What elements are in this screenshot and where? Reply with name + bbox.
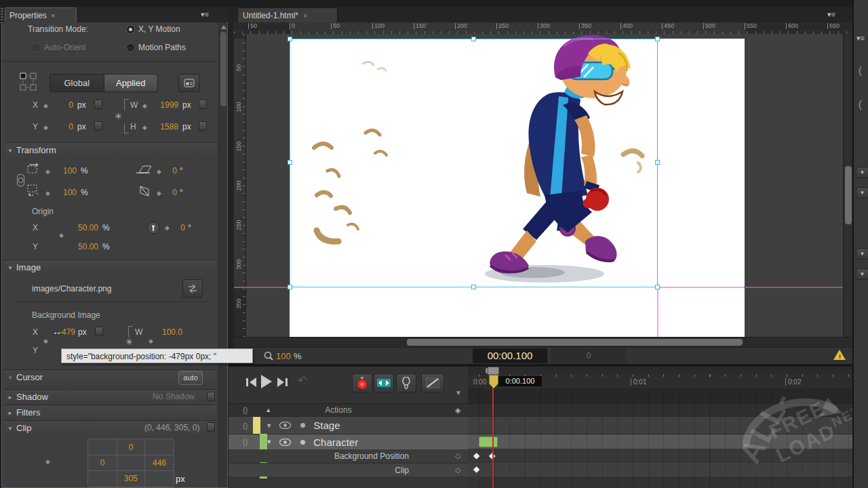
visibility-eye-icon[interactable]	[279, 422, 291, 429]
timeline-row-bg-position[interactable]: Background Position ◇	[229, 449, 468, 462]
w-value[interactable]: 1999	[153, 100, 178, 110]
timeline-mini-scrollbar[interactable]	[468, 367, 852, 374]
swap-image-button[interactable]	[182, 279, 203, 298]
h-kf-toggle[interactable]	[199, 121, 207, 131]
toggle-pin-button[interactable]	[396, 373, 416, 392]
go-to-end-button[interactable]	[277, 378, 288, 387]
dock-chevron-button-4[interactable]: ▼	[856, 268, 868, 280]
zoom-level[interactable]: 100	[276, 351, 291, 361]
clip-right-value[interactable]: 446	[145, 458, 174, 468]
selection-rect[interactable]	[290, 39, 658, 287]
row-dot-icon[interactable]	[300, 423, 305, 428]
filters-disclosure-icon[interactable]: ▸	[4, 409, 16, 416]
braces-icon[interactable]: {}	[243, 438, 248, 446]
visibility-eye-icon[interactable]	[279, 439, 291, 446]
y-kf-toggle[interactable]	[94, 121, 102, 131]
bg-wh-link-icon[interactable]: ✳	[125, 337, 133, 347]
character-transition-segment[interactable]	[479, 436, 498, 447]
selection-handle-ml[interactable]	[288, 160, 292, 165]
dock-chevron-button-1[interactable]: ▼	[856, 167, 868, 178]
clip-disclosure-icon[interactable]: ▾	[4, 425, 16, 432]
keyframe-diamond-bgpos-0[interactable]: ◆	[473, 451, 479, 460]
selection-handle-tm[interactable]	[471, 37, 476, 41]
bg-x-kf-toggle[interactable]	[95, 327, 103, 336]
dock-menu-icon[interactable]: ▾≡	[856, 34, 864, 43]
global-button[interactable]: Global	[50, 75, 104, 92]
auto-keyframe-button[interactable]	[352, 373, 372, 392]
filters-header[interactable]: ▸ Filters	[4, 405, 216, 420]
y-value[interactable]: 0	[53, 122, 73, 131]
x-value[interactable]: 0	[53, 100, 73, 110]
actions-header-row[interactable]: {} ▲ Actions ◈	[229, 403, 468, 416]
stage-hscroll-thumb[interactable]	[407, 339, 743, 346]
clip-left-value[interactable]: 0	[88, 458, 117, 468]
clip-diamond-icon[interactable]: ◆	[45, 459, 50, 465]
expand-rows-icon[interactable]: ▲	[265, 407, 271, 413]
transform-header[interactable]: ▾ Transform	[4, 142, 216, 157]
skewy-diamond-icon[interactable]: ◆	[157, 190, 161, 197]
selection-handle-tr[interactable]	[655, 37, 660, 41]
image-disclosure-icon[interactable]: ▾	[4, 264, 16, 271]
document-tab-close-icon[interactable]: ×	[303, 12, 307, 20]
y-keyframe-diamond-icon[interactable]: ◆	[43, 125, 48, 131]
w-kf-toggle[interactable]	[199, 100, 207, 109]
clip-add-keyframe-icon[interactable]: ◇	[455, 466, 460, 474]
selection-handle-bl[interactable]	[288, 285, 292, 289]
skew-y-value[interactable]: 0	[167, 188, 177, 197]
bg-xy-diamond-icon[interactable]: ◆	[43, 338, 48, 344]
auto-orient-checkbox[interactable]	[32, 43, 41, 52]
timeline-options-chevron-icon[interactable]: ▼	[455, 389, 462, 396]
x-keyframe-diamond-icon[interactable]: ◆	[43, 103, 48, 109]
actions-keyframe-icon[interactable]: ◈	[455, 406, 460, 415]
keyframe-diamond-clip-0[interactable]: ◆	[473, 464, 479, 474]
origin-y-value[interactable]: 50.00	[70, 242, 98, 251]
h-unit[interactable]: px	[182, 122, 191, 131]
scroll-thumb[interactable]	[220, 32, 226, 106]
properties-panel-menu-icon[interactable]: ▾≡	[201, 10, 216, 18]
row-disclosure-icon[interactable]: ▼	[266, 422, 272, 429]
bg-w-value[interactable]: 100.0	[157, 327, 182, 337]
clip-top-value[interactable]: 0	[117, 443, 145, 452]
bgpos-add-keyframe-icon[interactable]: ◇	[455, 451, 460, 460]
y-unit[interactable]: px	[77, 122, 86, 131]
auto-transition-button[interactable]	[374, 373, 394, 392]
dock-chevron-button-2[interactable]: ▼	[856, 187, 868, 199]
easing-button[interactable]	[421, 373, 444, 392]
selection-handle-bm[interactable]	[471, 285, 476, 289]
document-tab[interactable]: Untitled-1.html* ×	[237, 7, 338, 23]
w-keyframe-diamond-icon[interactable]: ◆	[142, 103, 147, 109]
h-value[interactable]: 1588	[153, 122, 178, 131]
cursor-auto-button[interactable]: auto	[178, 371, 203, 385]
transform-disclosure-icon[interactable]: ▾	[4, 147, 16, 154]
stage-panel-menu-icon[interactable]: ▾≡	[827, 10, 842, 18]
bg-w-diamond-icon[interactable]: ◆	[149, 338, 153, 344]
scalex-diamond-icon[interactable]: ◆	[45, 169, 50, 175]
stage-vscroll-thumb[interactable]	[845, 166, 852, 224]
clip-bottom-value[interactable]: 305	[117, 474, 145, 483]
origin-x-value[interactable]: 50.00	[70, 223, 98, 232]
image-header[interactable]: ▾ Image	[4, 260, 216, 274]
layout-preset-button[interactable]	[178, 74, 200, 92]
timeline-track-area[interactable]: 0:00 0:01 0:02 ◆ ◆ ◆ 0:00.100	[468, 367, 852, 488]
dock-collapse-icon-1[interactable]: (	[859, 65, 862, 76]
dock-chevron-button-3[interactable]: ▼	[856, 248, 868, 260]
go-to-start-button[interactable]	[246, 378, 256, 387]
dock-collapse-icon-2[interactable]: (	[859, 99, 862, 110]
timeline-row-stage[interactable]: {} ▼ Stage	[229, 416, 468, 434]
position-anchor-icon[interactable]	[20, 73, 37, 92]
timeline-row-clip[interactable]: Clip ◇	[229, 463, 468, 476]
image-src[interactable]: images/Character.png	[32, 284, 111, 293]
scale-y-value[interactable]: 100	[58, 188, 77, 197]
properties-tab-close-icon[interactable]: ×	[51, 12, 55, 20]
cursor-disclosure-icon[interactable]: ▾	[4, 374, 16, 381]
play-button[interactable]	[261, 375, 272, 388]
bg-x-unit[interactable]: px	[78, 327, 87, 337]
motion-paths-radio[interactable]	[126, 43, 135, 52]
wh-link-icon[interactable]: ✳	[115, 111, 122, 121]
selection-handle-tl[interactable]	[288, 37, 292, 41]
panel-grip[interactable]	[1, 8, 3, 20]
stage-vscrollbar[interactable]	[843, 34, 853, 337]
timecode-display[interactable]: 00:00.100	[473, 348, 547, 363]
rotate-diamond-icon[interactable]: ◆	[165, 225, 170, 231]
scaley-diamond-icon[interactable]: ◆	[45, 190, 50, 197]
